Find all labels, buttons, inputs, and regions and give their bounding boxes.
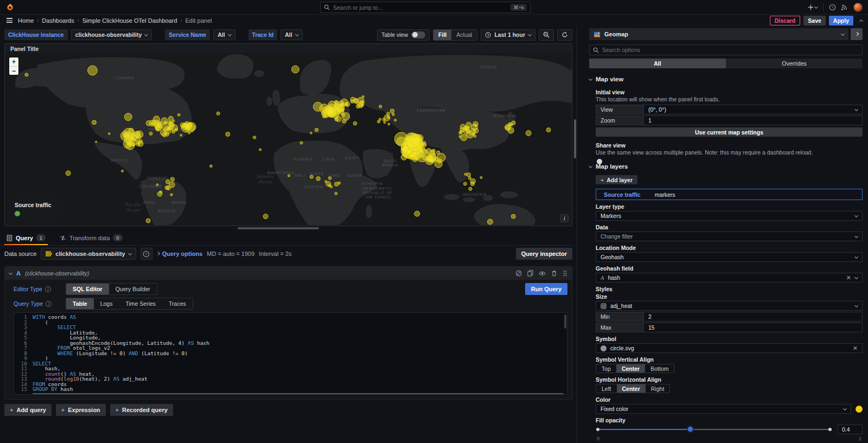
datasource-help-button[interactable]: ? [141, 248, 152, 260]
expression-button[interactable]: +Expression [56, 404, 106, 416]
map-layers-header[interactable]: Map layers [589, 163, 863, 170]
color-swatch[interactable] [856, 406, 863, 413]
slider-range-labels: 0 1 [596, 436, 863, 441]
view-select[interactable]: (0°, 0°) [643, 105, 863, 114]
hide-response-icon[interactable] [539, 271, 546, 277]
use-current-map-settings-button[interactable]: Use current map settings [596, 127, 863, 137]
halign-center[interactable]: Center [617, 384, 646, 393]
toggle-off-icon[interactable] [411, 31, 425, 38]
query-type-time-series[interactable]: Time Series [119, 298, 162, 309]
zoom-input[interactable]: 1 [643, 115, 863, 125]
fill-option[interactable]: Fill [433, 30, 451, 40]
halign-left[interactable]: Left [596, 384, 617, 393]
layer-item-source-traffic[interactable]: Source traffic markers [596, 189, 863, 200]
query-header[interactable]: A (clickhouse-observability) [5, 267, 572, 280]
variable-value-trace-id[interactable]: All [280, 29, 302, 40]
min-input[interactable]: 2 [643, 312, 863, 322]
editor-type-sql-editor[interactable]: SQL Editor [66, 284, 109, 294]
datasource-picker[interactable]: clickhouse-observability [41, 248, 136, 260]
query-type-table[interactable]: Table [66, 298, 94, 309]
scrollbar[interactable] [574, 119, 576, 158]
query-options-expander[interactable]: Query options [157, 251, 203, 257]
max-data-points-info: MD = auto = 1909 [207, 251, 254, 257]
info-icon[interactable]: i [45, 286, 51, 292]
symbol-select[interactable]: circle.svg ✕ [596, 343, 863, 353]
save-button[interactable]: Save [803, 16, 826, 25]
map-marker [459, 130, 463, 133]
map-zoom-in-button[interactable]: + [9, 57, 18, 66]
discard-button[interactable]: Discard [770, 16, 801, 25]
map-view-header[interactable]: Map view [589, 76, 863, 82]
search-input[interactable] [333, 4, 507, 11]
table-view-toggle[interactable]: Table view [377, 29, 430, 41]
options-search[interactable] [589, 44, 863, 55]
valign-center[interactable]: Center [616, 364, 645, 373]
max-label: Max [596, 323, 643, 332]
valign-bottom[interactable]: Bottom [645, 364, 674, 373]
editor-hscrollbar[interactable] [33, 393, 564, 394]
user-avatar[interactable] [853, 3, 863, 12]
tab-all[interactable]: All [589, 59, 726, 68]
add-layer-button[interactable]: +Add layer [596, 175, 637, 184]
clear-icon[interactable]: ✕ [846, 275, 851, 281]
editor-scrollbar[interactable] [564, 314, 566, 329]
map-attribution-info-button[interactable]: i [560, 214, 569, 222]
collapse-query-icon[interactable] [9, 271, 12, 274]
refresh-button[interactable] [557, 29, 572, 41]
location-mode-select[interactable]: Geohash [596, 252, 863, 262]
geohash-field-select[interactable]: A hash ✕ [596, 273, 863, 283]
fill-opacity-input[interactable]: 0.4 [838, 425, 863, 434]
tab-query[interactable]: Query 1 [4, 234, 48, 245]
add-query-button[interactable]: +Add query [4, 404, 52, 416]
menu-toggle-icon[interactable] [5, 17, 14, 24]
remove-query-icon[interactable] [551, 270, 557, 277]
map-zoom-out-button[interactable]: − [9, 66, 18, 75]
time-range-picker[interactable]: Last 1 hour [481, 29, 535, 41]
breadcrumb-dashboards[interactable]: Dashboards [42, 17, 74, 24]
max-input[interactable]: 15 [643, 323, 863, 332]
info-icon[interactable]: i [46, 301, 52, 307]
query-type-logs[interactable]: Logs [94, 298, 119, 309]
duplicate-query-icon[interactable] [527, 270, 533, 277]
query-inspector-button[interactable]: Query inspector [516, 248, 572, 260]
actual-option[interactable]: Actual [451, 30, 477, 40]
close-options-pane-button[interactable] [851, 28, 863, 40]
data-filter-select[interactable]: Change filter [596, 232, 863, 241]
editor-type-query-builder[interactable]: Query Builder [109, 284, 157, 294]
fill-opacity-slider[interactable] [596, 426, 832, 433]
size-field-select[interactable]: adj_heat [596, 301, 863, 311]
panel-title[interactable]: Panel Title [5, 44, 572, 53]
zoom-out-time-button[interactable] [539, 29, 554, 41]
add-menu-button[interactable] [808, 4, 818, 10]
recorded-query-button[interactable]: +Recorded query [110, 404, 173, 416]
slider-knob[interactable] [687, 426, 694, 433]
help-button[interactable]: ? [829, 4, 836, 11]
variable-value-clickhouse-instance[interactable]: clickhouse-observability [71, 29, 152, 40]
disable-query-icon[interactable] [515, 270, 522, 277]
options-search-input[interactable] [602, 47, 859, 53]
clear-icon[interactable]: ✕ [853, 345, 858, 351]
tab-overrides[interactable]: Overrides [726, 59, 863, 68]
tab-transform-data[interactable]: Transform data 0 [58, 234, 124, 245]
world-map[interactable]: RUSSIACANADAUNITED STATESMEXICOKAZAKHSTA… [5, 53, 572, 226]
news-rss-button[interactable] [841, 4, 848, 10]
map-marker [156, 128, 159, 131]
sql-editor[interactable]: 1WITH coords AS2 (3 SELECT4 Latitude,5 L… [14, 312, 567, 395]
apply-button[interactable]: Apply [829, 16, 853, 25]
color-select[interactable]: Fixed color [596, 404, 851, 414]
collapse-header-icon[interactable] [859, 19, 863, 23]
query-type-traces[interactable]: Traces [162, 298, 193, 309]
drag-handle-icon[interactable] [563, 270, 567, 277]
run-query-button[interactable]: Run Query [525, 283, 567, 295]
visualization-picker[interactable]: Geomap [589, 28, 848, 40]
map-marker [422, 143, 426, 147]
breadcrumb-home[interactable]: Home [18, 17, 34, 24]
resize-handle[interactable] [238, 227, 319, 229]
breadcrumb-dashboard-name[interactable]: Simple ClickHouse OTel Dashboard [82, 17, 177, 24]
grafana-logo[interactable] [5, 3, 15, 12]
halign-right[interactable]: Right [646, 384, 670, 393]
layer-type-select[interactable]: Markers [596, 211, 863, 221]
variable-value-service-name[interactable]: All [213, 29, 235, 40]
valign-top[interactable]: Top [596, 364, 616, 373]
global-search[interactable]: ⌘+k [320, 2, 531, 13]
